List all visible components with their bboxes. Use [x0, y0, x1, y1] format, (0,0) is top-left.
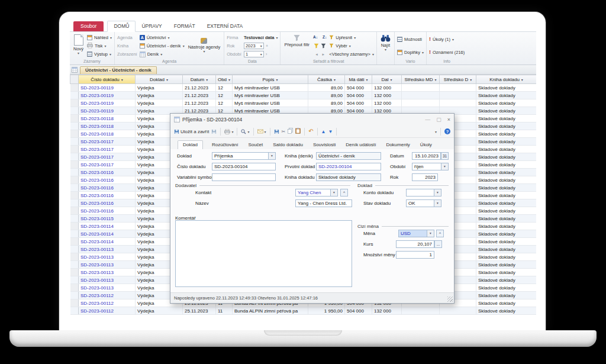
cell[interactable]: Skladové doklady	[476, 84, 537, 92]
row-selector[interactable]	[70, 161, 79, 169]
cell[interactable]: Skladové doklady	[476, 261, 537, 269]
tab-upravy[interactable]: ÚPRAVY	[136, 21, 167, 31]
cell[interactable]	[440, 92, 476, 99]
cell[interactable]: 504 000	[345, 84, 372, 92]
datum-field[interactable]: 15.10.2023	[412, 152, 441, 160]
cell[interactable]: SD-2023-00117	[79, 153, 136, 161]
rok-plus-button[interactable]: +	[266, 44, 268, 48]
row-selector[interactable]	[70, 215, 79, 223]
cell[interactable]: Skladové doklady	[476, 284, 537, 292]
filter-advanced-icon[interactable]	[321, 43, 326, 49]
tab-rozuctovani[interactable]: Rozúčtování	[211, 141, 239, 149]
cell[interactable]: SD-2023-00112	[79, 292, 136, 299]
column-dropdown-icon[interactable]: ▾	[334, 78, 336, 82]
agenda-ucetnictvi-button[interactable]: AÚčetnictví▾	[140, 34, 185, 41]
tab-format[interactable]: FORMÁT	[168, 21, 201, 31]
firma-select[interactable]: Testovací data▾	[244, 34, 278, 41]
row-selector[interactable]	[70, 146, 79, 153]
cell[interactable]: SD-2023-00116	[79, 199, 136, 207]
cell[interactable]: SD-2023-00117	[79, 138, 136, 146]
move-up-icon[interactable]: ▲	[321, 129, 326, 134]
cell[interactable]: 89,00	[308, 92, 345, 99]
cell[interactable]: SD-2023-00118	[79, 115, 136, 123]
row-selector[interactable]	[70, 92, 79, 99]
cell[interactable]: Skladové doklady	[476, 230, 537, 238]
nazev-field[interactable]: Yang - Chen Dress Ltd.	[295, 199, 352, 207]
row-selector[interactable]	[70, 176, 79, 184]
find-button[interactable]: Najít▾	[379, 33, 392, 59]
cell[interactable]: 89,00	[308, 84, 345, 92]
cell[interactable]: Skladové doklady	[476, 92, 537, 99]
cell[interactable]: Skladové doklady	[476, 123, 537, 130]
row-selector[interactable]	[70, 238, 79, 246]
row-selector[interactable]	[70, 261, 79, 269]
new-record-button[interactable]: Nový▾	[72, 33, 85, 59]
cell[interactable]: SD-2023-00116	[79, 192, 136, 199]
cell[interactable]	[402, 307, 440, 315]
paste-icon[interactable]	[295, 128, 301, 135]
tab-soubor[interactable]: Soubor	[73, 21, 104, 31]
row-selector[interactable]	[70, 184, 79, 192]
sort-ascending-icon[interactable]: A↓	[313, 36, 318, 40]
tab-externi-data[interactable]: EXTERNÍ DATA	[201, 21, 249, 31]
addons-button[interactable]: Doplňky▾	[397, 49, 424, 56]
tab-denik-udalosti[interactable]: Deník událostí	[344, 141, 377, 149]
output-button[interactable]: Výstup▾	[87, 50, 112, 58]
minimize-icon[interactable]: —	[425, 117, 430, 123]
cell[interactable]: Skladové doklady	[476, 215, 537, 223]
row-selector[interactable]	[70, 107, 79, 115]
toggle-filter-button[interactable]: Přepnout filtr	[283, 33, 311, 59]
column-dropdown-icon[interactable]: ▾	[206, 78, 208, 82]
cell[interactable]: Skladové doklady	[476, 176, 537, 184]
obdobi-select[interactable]: říjen▾	[412, 163, 449, 170]
row-selector[interactable]	[70, 253, 79, 261]
kontakt-open-button[interactable]: ^	[340, 189, 348, 197]
resize-grip[interactable]	[447, 297, 453, 302]
copy-icon[interactable]	[288, 128, 293, 135]
cell[interactable]	[402, 99, 440, 107]
cell[interactable]: SD-2023-00119	[79, 107, 136, 115]
column-dropdown-icon[interactable]: ▾	[166, 78, 168, 82]
cell[interactable]: 12	[216, 84, 233, 92]
column-header[interactable]: Datum▾	[183, 75, 216, 84]
cell[interactable]: Výdejka	[136, 84, 183, 92]
cell[interactable]: Skladové doklady	[476, 299, 537, 307]
row-selector[interactable]	[70, 223, 79, 230]
toolbar-dropdown-icon[interactable]: ▾	[435, 130, 437, 134]
undo-icon[interactable]: ↶	[308, 128, 313, 134]
cell[interactable]: SD-2023-00119	[79, 99, 136, 107]
cell[interactable]: 504 000	[345, 99, 372, 107]
cell[interactable]: Skladové doklady	[476, 138, 537, 146]
cell[interactable]: 25.11.2023	[183, 307, 216, 315]
refine-filter-button[interactable]: Upřesnit▾	[329, 34, 374, 41]
cell[interactable]: Skladové doklady	[476, 184, 537, 192]
tasks-button[interactable]: !Úkoly (1)▾	[429, 36, 465, 43]
column-header[interactable]: Kniha dokladu▾	[476, 75, 537, 84]
preview-button[interactable]: ▾	[241, 129, 249, 134]
cell[interactable]: Skladové doklady	[476, 146, 537, 153]
cell[interactable]: Skladové doklady	[476, 276, 537, 284]
tab-soucet[interactable]: Součet	[247, 141, 264, 149]
row-selector[interactable]	[70, 246, 79, 253]
cell[interactable]: 12	[216, 92, 233, 99]
cell[interactable]: SD-2023-00119	[79, 84, 136, 92]
cut-icon[interactable]: ✂	[282, 129, 286, 134]
cell[interactable]: 132 000	[372, 307, 402, 315]
column-header[interactable]: Popis▾	[233, 75, 308, 84]
move-down-icon[interactable]: ▼	[328, 129, 333, 134]
cell[interactable]: 89,00	[308, 99, 345, 107]
cell[interactable]: Skladové doklady	[476, 130, 537, 138]
save-button[interactable]	[211, 129, 217, 134]
cell[interactable]: Skladové doklady	[476, 253, 537, 261]
cell[interactable]: Bunda ALPIN zimní péřová pa	[233, 307, 308, 315]
kurs-field[interactable]: 20,107	[396, 240, 434, 248]
doklad-type-select[interactable]: Příjemka▾	[212, 152, 276, 160]
column-dropdown-icon[interactable]: ▾	[435, 78, 437, 82]
cell[interactable]: SD-2023-00114	[79, 230, 136, 238]
cell[interactable]: SD-2023-00116	[79, 176, 136, 184]
dialog-title-bar[interactable]: Příjemka - SD-2023-00104 — ▢ ×	[170, 114, 454, 125]
cell[interactable]: 504 000	[345, 307, 372, 315]
cell[interactable]: 12	[216, 99, 233, 107]
cell[interactable]: SD-2023-00117	[79, 146, 136, 153]
cell[interactable]: SD-2023-00116	[79, 207, 136, 215]
